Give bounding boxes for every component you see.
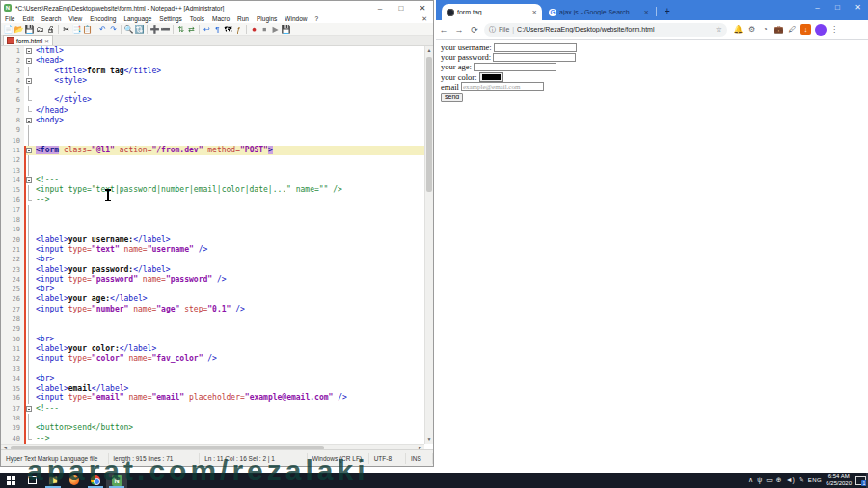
code-line-22[interactable]: 22<br> bbox=[1, 255, 433, 264]
code-text[interactable]: <!--- bbox=[34, 176, 433, 185]
sync-scroll-v-icon[interactable]: ⇅ bbox=[176, 24, 186, 35]
line-number[interactable]: 33 bbox=[1, 365, 24, 374]
code-line-25[interactable]: 25<br> bbox=[1, 285, 433, 294]
username-input[interactable] bbox=[494, 43, 577, 52]
fold-margin[interactable] bbox=[24, 285, 34, 294]
save-icon[interactable]: 💾 bbox=[24, 24, 35, 35]
line-number[interactable]: 37 bbox=[1, 404, 24, 414]
line-number[interactable]: 6 bbox=[1, 95, 24, 105]
fold-margin[interactable] bbox=[24, 294, 34, 304]
reload-icon[interactable]: ⟳ bbox=[467, 25, 482, 35]
address-bar[interactable]: ⓘ File | C:/Users/RezaEng/Desktop/websit… bbox=[484, 23, 727, 37]
code-line-34[interactable]: 34<br> bbox=[1, 374, 433, 384]
back-icon[interactable]: ← bbox=[436, 25, 451, 35]
fold-margin[interactable] bbox=[24, 106, 34, 116]
close-button[interactable]: ✕ bbox=[412, 2, 433, 14]
code-text[interactable]: --> bbox=[34, 434, 433, 444]
fold-margin[interactable] bbox=[24, 215, 34, 225]
color-picker-icon[interactable]: 🖊 bbox=[787, 24, 798, 35]
chrome-close-button[interactable]: ✕ bbox=[848, 0, 868, 15]
code-line-19[interactable]: 19 bbox=[1, 225, 433, 234]
taskbar-clock[interactable]: 6:54 AM6/25/2020 bbox=[826, 474, 852, 487]
editor-vertical-scrollbar[interactable]: ▲ ▼ bbox=[424, 46, 433, 444]
line-number[interactable]: 29 bbox=[1, 324, 24, 334]
tray-chevron-icon[interactable]: ∧ bbox=[748, 473, 753, 488]
fold-collapse-icon[interactable] bbox=[26, 78, 32, 84]
code-text[interactable]: <label>your age:</label> bbox=[34, 294, 433, 304]
menu-view[interactable]: View bbox=[65, 15, 86, 22]
line-number[interactable]: 3 bbox=[1, 67, 24, 76]
bell-icon[interactable]: 🔔 bbox=[733, 24, 744, 35]
clock-icon[interactable]: ◔ bbox=[760, 24, 771, 35]
line-number[interactable]: 5 bbox=[1, 86, 24, 95]
menu-language[interactable]: Language bbox=[120, 15, 155, 22]
code-text[interactable] bbox=[34, 314, 433, 324]
line-number[interactable]: 38 bbox=[1, 414, 24, 423]
line-number[interactable]: 30 bbox=[1, 335, 24, 344]
fold-margin[interactable] bbox=[24, 136, 34, 146]
play-macro-icon[interactable]: ▶ bbox=[270, 24, 281, 35]
code-text[interactable] bbox=[34, 225, 433, 234]
function-list-icon[interactable]: ƒ bbox=[233, 24, 244, 35]
fold-margin[interactable] bbox=[24, 116, 34, 125]
code-text[interactable]: <input type="password" name="password" /… bbox=[34, 275, 433, 285]
word-wrap-icon[interactable]: ↩ bbox=[202, 24, 212, 35]
tab-close-icon[interactable]: ✕ bbox=[44, 38, 49, 44]
code-line-38[interactable]: 38 bbox=[1, 414, 433, 423]
fold-margin[interactable] bbox=[24, 46, 34, 56]
line-number[interactable]: 11 bbox=[1, 146, 24, 155]
fold-margin[interactable] bbox=[24, 176, 34, 185]
code-text[interactable]: <input type="text" name="username" /> bbox=[34, 245, 433, 255]
code-line-16[interactable]: 16--> bbox=[1, 195, 433, 204]
code-line-15[interactable]: 15<input type="text|password|number|emai… bbox=[1, 185, 433, 195]
line-number[interactable]: 20 bbox=[1, 235, 24, 245]
line-number[interactable]: 13 bbox=[1, 166, 24, 176]
line-number[interactable]: 14 bbox=[1, 176, 24, 185]
bookmark-star-icon[interactable]: ☆ bbox=[716, 25, 722, 34]
code-line-1[interactable]: 1<html> bbox=[1, 46, 433, 56]
code-text[interactable] bbox=[34, 205, 433, 215]
email-input[interactable] bbox=[461, 82, 544, 91]
fold-margin[interactable] bbox=[24, 166, 34, 176]
menu-plugins[interactable]: Plugins bbox=[253, 15, 281, 22]
chrome-minimize-button[interactable]: – bbox=[807, 0, 827, 15]
age-input[interactable] bbox=[474, 63, 556, 71]
network-icon[interactable]: ⊕ bbox=[776, 473, 782, 488]
new-tab-button[interactable]: + bbox=[662, 6, 673, 17]
code-text[interactable] bbox=[34, 215, 433, 225]
replace-icon[interactable]: 🔃 bbox=[134, 24, 145, 35]
fold-margin[interactable] bbox=[24, 324, 34, 334]
code-line-11[interactable]: 11<form class="@l1" action="/from.dev" m… bbox=[1, 146, 433, 155]
download-manager-icon[interactable]: ↓ bbox=[800, 24, 811, 35]
editor-tab-form-html[interactable]: form.html ✕ bbox=[3, 35, 53, 45]
code-text[interactable]: <br> bbox=[34, 285, 433, 294]
fold-margin[interactable] bbox=[24, 195, 34, 204]
line-number[interactable]: 34 bbox=[1, 374, 24, 384]
tab-close-icon[interactable]: ✕ bbox=[644, 9, 649, 16]
fold-margin[interactable] bbox=[24, 146, 34, 155]
code-line-28[interactable]: 28 bbox=[1, 314, 433, 324]
code-line-8[interactable]: 8<body> bbox=[1, 116, 433, 125]
code-text[interactable]: <input type="number" name="age" step="0.… bbox=[34, 305, 433, 314]
fold-collapse-icon[interactable] bbox=[26, 148, 32, 153]
document-close-icon[interactable]: ✕ bbox=[416, 15, 433, 23]
stop-macro-icon[interactable]: ⏹ bbox=[259, 24, 270, 35]
color-input[interactable] bbox=[479, 72, 503, 82]
code-text[interactable]: <input type="email" name="email" placeho… bbox=[34, 393, 433, 403]
code-text[interactable]: . bbox=[34, 86, 433, 95]
line-number[interactable]: 18 bbox=[1, 215, 24, 225]
minimize-button[interactable]: – bbox=[369, 2, 391, 14]
microphone-icon[interactable]: ψ bbox=[757, 473, 762, 488]
code-text[interactable] bbox=[34, 365, 433, 374]
line-number[interactable]: 16 bbox=[1, 195, 24, 204]
url-text[interactable]: C:/Users/RezaEng/Desktop/website/form.ht… bbox=[517, 26, 713, 33]
code-text[interactable] bbox=[34, 166, 433, 176]
code-line-13[interactable]: 13 bbox=[1, 166, 433, 176]
menu-window[interactable]: Window bbox=[281, 15, 311, 22]
code-text[interactable]: <style> bbox=[34, 76, 433, 86]
code-text[interactable]: <title>form tag</title> bbox=[34, 67, 433, 76]
line-number[interactable]: 7 bbox=[1, 106, 24, 116]
fold-collapse-icon[interactable] bbox=[26, 118, 32, 123]
fold-collapse-icon[interactable] bbox=[26, 177, 32, 183]
code-line-10[interactable]: 10 bbox=[1, 136, 433, 146]
